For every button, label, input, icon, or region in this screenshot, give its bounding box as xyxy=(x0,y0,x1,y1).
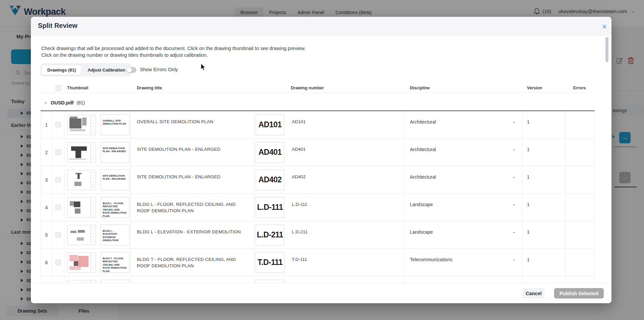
errors xyxy=(566,194,595,221)
row-checkbox[interactable] xyxy=(55,260,61,265)
drawing-number-crop[interactable]: AD101 xyxy=(256,115,284,135)
drawing-number-cell xyxy=(254,276,405,283)
drawing-title: SITE DEMOLITION PLAN - ENLARGED xyxy=(131,166,254,193)
drawing-number-crop[interactable] xyxy=(256,280,284,283)
show-errors-label: Show Errors Only xyxy=(140,67,178,72)
modal-header xyxy=(31,17,611,36)
drawing-title xyxy=(131,276,254,283)
chevron-down-icon[interactable]: ⌄ xyxy=(512,202,516,221)
instruction-line-1: Check drawings that will be processed an… xyxy=(41,45,306,52)
modal-tab-drawings-81-[interactable]: Drawings (81) xyxy=(42,65,82,75)
discipline-select[interactable]: Architectural⌄ xyxy=(405,139,523,166)
discipline-select xyxy=(405,276,523,283)
errors xyxy=(566,276,595,283)
toggle-knob xyxy=(127,67,132,73)
table-row: 6BLDG T - FLOOR, REFLECTED CEILING, AND … xyxy=(41,249,595,276)
row-index: 7 xyxy=(41,276,52,283)
chevron-down-icon[interactable]: ⌄ xyxy=(512,229,516,248)
errors xyxy=(566,166,595,193)
drawing-title-crop[interactable]: BLDG L - FLOOR, REFLECTED CEILING, AND R… xyxy=(101,197,129,218)
drawing-thumbnail[interactable] xyxy=(67,170,96,190)
row-index: 2 xyxy=(41,139,52,166)
version xyxy=(523,276,566,283)
header-checkbox-cell xyxy=(52,83,64,93)
version: 1 xyxy=(523,194,566,221)
drawing-number-cell: AD402AD402 xyxy=(254,166,405,193)
chevron-down-icon[interactable]: ⌄ xyxy=(512,174,516,193)
publish-selected-button[interactable]: Publish Selected xyxy=(554,288,604,299)
cancel-button[interactable]: Cancel xyxy=(523,288,545,299)
drawing-title-crop[interactable]: BLDG T - FLOOR, REFLECTED CEILING, AND R… xyxy=(101,252,129,273)
thumbnail-cell: SITE DEMOLITION PLAN - ENLARGED xyxy=(64,139,131,166)
drawing-number: L.D-211 xyxy=(292,229,308,234)
row-checkbox[interactable] xyxy=(55,149,61,155)
scrollbar-thumb[interactable] xyxy=(605,37,608,62)
table-row: 4BLDG L - FLOOR, REFLECTED CEILING, AND … xyxy=(41,194,595,221)
checkbox-cell xyxy=(52,221,64,248)
row-index: 4 xyxy=(41,194,52,221)
file-group-name: OUSD.pdf xyxy=(51,100,73,105)
thumbnail-cell: OVERALL SITE DEMOLITION PLAN xyxy=(64,111,131,138)
version: 1 xyxy=(523,166,566,193)
thumbnail-titleblock xyxy=(91,226,95,244)
discipline-value: Architectural xyxy=(410,147,436,166)
drawing-title: SITE DEMOLITION PLAN - ENLARGED xyxy=(131,139,254,166)
modal-tab-adjust-calibration[interactable]: Adjust Calibration xyxy=(82,65,130,75)
select-all-checkbox[interactable] xyxy=(56,85,61,91)
chevron-down-icon[interactable]: ⌄ xyxy=(512,147,516,166)
drawing-title-crop[interactable]: BLDG L - ELEVATION - EXTERIOR DEMOLITION xyxy=(101,225,129,245)
chevron-down-icon[interactable]: ⌄ xyxy=(512,119,516,138)
drawing-number: L.D-111 xyxy=(292,202,307,207)
discipline-select[interactable]: Architectural⌄ xyxy=(405,111,523,138)
thumbnail-art xyxy=(68,198,90,217)
drawing-number-crop[interactable]: L.D-111 xyxy=(256,197,284,218)
version: 1 xyxy=(523,139,566,166)
drawing-thumbnail[interactable] xyxy=(67,280,96,283)
row-checkbox[interactable] xyxy=(55,177,61,183)
drawing-thumbnail[interactable] xyxy=(67,253,96,273)
close-icon[interactable]: ✕ xyxy=(600,22,609,31)
drawing-thumbnail[interactable] xyxy=(67,225,96,245)
errors xyxy=(566,139,595,166)
version: 1 xyxy=(523,221,566,248)
column-header-drawing-number: Drawing number xyxy=(254,83,405,93)
column-header-discipline: Discipline xyxy=(405,83,523,93)
thumbnail-titleblock xyxy=(91,116,95,134)
discipline-select[interactable]: Architectural⌄ xyxy=(405,166,523,193)
chevron-down-icon[interactable]: ⌄ xyxy=(44,99,48,104)
show-errors-toggle[interactable] xyxy=(126,67,137,73)
discipline-value: Architectural xyxy=(410,174,436,193)
drawing-title-crop[interactable]: SITE DEMOLITION PLAN - ENLARGED xyxy=(101,170,129,190)
drawing-number-cell: AD101AD101 xyxy=(254,111,405,138)
modal-footer: Cancel Publish Selected xyxy=(31,283,611,303)
drawing-title-crop[interactable]: OVERALL SITE DEMOLITION PLAN xyxy=(101,115,129,135)
drawing-thumbnail[interactable] xyxy=(67,197,96,218)
row-index: 6 xyxy=(41,249,52,276)
chevron-down-icon[interactable]: ⌄ xyxy=(512,257,516,276)
drawing-number-cell: AD401AD401 xyxy=(254,139,405,166)
drawing-number-crop[interactable]: L.D-211 xyxy=(256,225,284,245)
modal-instructions: Check drawings that will be processed an… xyxy=(41,45,306,58)
drawing-title-crop[interactable]: SITE DEMOLITION PLAN - ENLARGED xyxy=(101,142,129,163)
thumbnail-titleblock xyxy=(91,143,95,162)
drawing-number-crop[interactable]: AD402 xyxy=(256,170,284,190)
column-header-version: Version xyxy=(523,83,566,93)
drawing-number-crop[interactable]: T.D-111 xyxy=(256,252,284,273)
checkbox-cell xyxy=(52,276,64,283)
modal-title: Split Review xyxy=(38,22,77,30)
errors xyxy=(566,249,595,276)
drawing-title: BLDG T - FLOOR, REFLECTED CEILING, AND R… xyxy=(131,249,254,276)
discipline-select[interactable]: Telecommunications⌄ xyxy=(405,249,523,276)
drawing-title-crop[interactable] xyxy=(101,280,129,283)
drawing-thumbnail[interactable] xyxy=(67,115,96,135)
file-group-row[interactable]: ⌄ OUSD.pdf (81) xyxy=(41,95,595,111)
thumbnail-titleblock xyxy=(91,198,95,217)
drawing-number-crop[interactable]: AD401 xyxy=(256,142,284,163)
drawing-thumbnail[interactable] xyxy=(67,142,96,163)
row-index: 5 xyxy=(41,221,52,248)
row-checkbox[interactable] xyxy=(55,204,61,210)
row-checkbox[interactable] xyxy=(55,232,61,238)
discipline-select[interactable]: Landscape⌄ xyxy=(405,194,523,221)
discipline-select[interactable]: Landscape⌄ xyxy=(405,221,523,248)
row-checkbox[interactable] xyxy=(55,122,61,128)
